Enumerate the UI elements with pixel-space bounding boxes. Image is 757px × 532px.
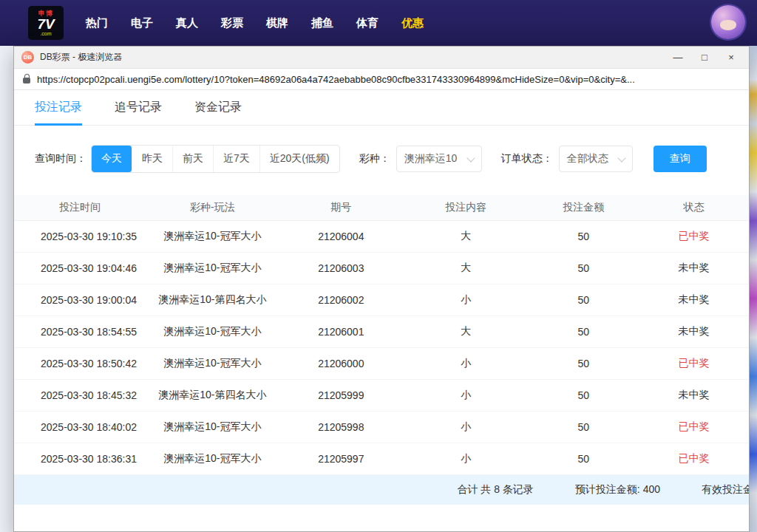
- time-option-daybefore[interactable]: 前天: [173, 146, 214, 172]
- cell-amount: 50: [529, 221, 639, 253]
- time-option-20days[interactable]: 近20天(低频): [260, 146, 339, 172]
- cell-status: 已中奖: [639, 348, 749, 380]
- nav-item-lottery[interactable]: 彩票: [221, 16, 243, 30]
- time-option-7days[interactable]: 近7天: [214, 146, 260, 172]
- cell-amount: 50: [529, 348, 639, 380]
- url-input[interactable]: https://ctopcp02pcali.uengi5e.com/lotter…: [37, 74, 635, 85]
- cell-time: 2025-03-30 18:45:32: [14, 380, 146, 412]
- cell-game: 澳洲幸运10-冠军大小: [146, 412, 279, 443]
- summary-bar: 合计 共 8 条记录 预计投注金额: 400 有效投注金: [14, 475, 749, 505]
- cell-issue: 21206004: [279, 221, 404, 253]
- cell-status: 未中奖: [639, 253, 749, 284]
- cell-time: 2025-03-30 18:50:42: [14, 348, 146, 380]
- nav-item-live[interactable]: 真人: [176, 16, 198, 30]
- col-header-game: 彩种-玩法: [146, 195, 279, 221]
- summary-expected: 预计投注金额: 400: [575, 483, 660, 497]
- cell-issue: 21205999: [279, 380, 404, 412]
- cell-game: 澳洲幸运10-冠军大小: [146, 443, 279, 475]
- cell-status: 未中奖: [639, 316, 749, 348]
- cell-game: 澳洲幸运10-第四名大小: [146, 284, 279, 316]
- order-status-select[interactable]: 全部状态: [559, 146, 633, 172]
- table-row: 2025-03-30 19:04:46澳洲幸运10-冠军大小21206003大5…: [14, 253, 749, 284]
- cell-status: 已中奖: [639, 412, 749, 443]
- cell-time: 2025-03-30 19:04:46: [14, 253, 146, 284]
- cell-status: 已中奖: [639, 221, 749, 253]
- cell-amount: 50: [529, 284, 639, 316]
- table-row: 2025-03-30 18:50:42澳洲幸运10-冠军大小21206000小5…: [14, 348, 749, 380]
- cell-issue: 21206000: [279, 348, 404, 380]
- time-filter-label: 查询时间：: [35, 152, 86, 166]
- cell-amount: 50: [529, 316, 639, 348]
- address-bar: https://ctopcp02pcali.uengi5e.com/lotter…: [14, 69, 749, 90]
- lottery-select-value: 澳洲幸运10: [404, 152, 458, 166]
- tab-chase-records[interactable]: 追号记录: [115, 90, 162, 125]
- table-row: 2025-03-30 19:00:04澳洲幸运10-第四名大小21206002小…: [14, 284, 749, 316]
- filter-bar: 查询时间： 今天 昨天 前天 近7天 近20天(低频) 彩种： 澳洲幸运10 订…: [35, 145, 749, 173]
- cell-content: 大: [404, 316, 529, 348]
- cell-content: 小: [404, 380, 529, 412]
- close-button[interactable]: ×: [718, 48, 744, 67]
- minimize-button[interactable]: —: [665, 48, 691, 67]
- cell-status: 已中奖: [639, 443, 749, 475]
- cell-issue: 21206001: [279, 316, 404, 348]
- cell-status: 未中奖: [639, 284, 749, 316]
- table-row: 2025-03-30 18:45:32澳洲幸运10-第四名大小21205999小…: [14, 380, 749, 412]
- cell-content: 小: [404, 348, 529, 380]
- cell-content: 小: [404, 443, 529, 475]
- site-logo[interactable]: 申博 7V .com: [28, 6, 64, 40]
- cell-issue: 21205998: [279, 412, 404, 443]
- chevron-down-icon: [617, 154, 625, 162]
- col-header-content: 投注内容: [404, 195, 529, 221]
- cell-amount: 50: [529, 443, 639, 475]
- site-header: 申博 7V .com 热门 电子 真人 彩票 棋牌 捕鱼 体育 优惠: [0, 0, 757, 46]
- cell-time: 2025-03-30 19:10:35: [14, 221, 146, 253]
- nav-item-cards[interactable]: 棋牌: [266, 16, 288, 30]
- site-nav: 热门 电子 真人 彩票 棋牌 捕鱼 体育 优惠: [86, 16, 424, 30]
- cell-game: 澳洲幸运10-冠军大小: [146, 316, 279, 348]
- browser-window: DB DB彩票 - 极速浏览器 — □ × https://ctopcp02pc…: [13, 46, 750, 532]
- table-body: 2025-03-30 19:10:35澳洲幸运10-冠军大小21206004大5…: [14, 221, 749, 475]
- lock-icon[interactable]: [23, 78, 30, 83]
- time-filter-group: 今天 昨天 前天 近7天 近20天(低频): [91, 145, 340, 173]
- col-header-time: 投注时间: [14, 195, 146, 221]
- summary-valid: 有效投注金: [702, 483, 749, 497]
- bet-records-table: 投注时间 彩种-玩法 期号 投注内容 投注金额 状态 2025-03-30 19…: [14, 195, 749, 475]
- nav-item-slots[interactable]: 电子: [131, 16, 153, 30]
- avatar[interactable]: [711, 5, 745, 39]
- nav-item-fishing[interactable]: 捕鱼: [311, 16, 333, 30]
- lottery-select[interactable]: 澳洲幸运10: [396, 146, 482, 172]
- cell-game: 澳洲幸运10-第四名大小: [146, 380, 279, 412]
- cell-content: 大: [404, 221, 529, 253]
- cell-content: 大: [404, 253, 529, 284]
- col-header-issue: 期号: [279, 195, 404, 221]
- time-option-today[interactable]: 今天: [92, 146, 132, 172]
- cell-game: 澳洲幸运10-冠军大小: [146, 253, 279, 284]
- cell-amount: 50: [529, 253, 639, 284]
- table-row: 2025-03-30 18:54:55澳洲幸运10-冠军大小21206001大5…: [14, 316, 749, 348]
- chevron-down-icon: [466, 154, 475, 162]
- table-row: 2025-03-30 19:10:35澳洲幸运10-冠军大小21206004大5…: [14, 221, 749, 253]
- record-tabs: 投注记录 追号记录 资金记录: [14, 90, 749, 126]
- nav-item-promo[interactable]: 优惠: [401, 16, 424, 30]
- nav-item-sports[interactable]: 体育: [356, 16, 378, 30]
- cell-amount: 50: [529, 412, 639, 443]
- query-button[interactable]: 查询: [654, 146, 707, 172]
- cell-issue: 21205997: [279, 443, 404, 475]
- lottery-page: 投注记录 追号记录 资金记录 查询时间： 今天 昨天 前天 近7天 近20天(低…: [14, 90, 749, 531]
- cell-status: 未中奖: [639, 380, 749, 412]
- cell-content: 小: [404, 412, 529, 443]
- cell-time: 2025-03-30 18:54:55: [14, 316, 146, 348]
- window-titlebar[interactable]: DB DB彩票 - 极速浏览器 — □ ×: [14, 47, 749, 69]
- maximize-button[interactable]: □: [691, 48, 718, 67]
- time-option-yesterday[interactable]: 昨天: [132, 146, 173, 172]
- col-header-amount: 投注金额: [529, 195, 639, 221]
- cell-amount: 50: [529, 380, 639, 412]
- tab-fund-records[interactable]: 资金记录: [194, 90, 242, 125]
- cell-time: 2025-03-30 18:36:31: [14, 443, 146, 475]
- cell-game: 澳洲幸运10-冠军大小: [146, 348, 279, 380]
- nav-item-hot[interactable]: 热门: [86, 16, 108, 30]
- cell-game: 澳洲幸运10-冠军大小: [146, 221, 279, 253]
- tab-bet-records[interactable]: 投注记录: [35, 90, 82, 125]
- table-row: 2025-03-30 18:36:31澳洲幸运10-冠军大小21205997小5…: [14, 443, 749, 475]
- status-select-value: 全部状态: [567, 152, 608, 166]
